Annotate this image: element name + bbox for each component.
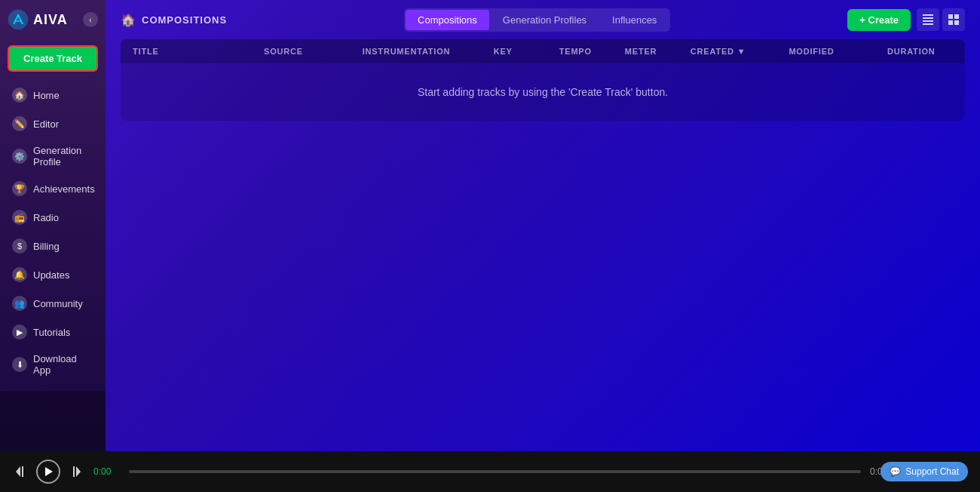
create-track-button[interactable]: Create Track: [8, 45, 98, 72]
create-button[interactable]: + Create: [847, 9, 911, 31]
collapse-sidebar-button[interactable]: ‹: [83, 12, 98, 27]
sidebar-item-community-label: Community: [33, 298, 83, 309]
player-controls: [12, 460, 84, 484]
svg-rect-10: [22, 466, 23, 477]
sidebar-item-download-app[interactable]: ⬇ Download App: [3, 347, 103, 382]
column-meter: METER: [625, 47, 691, 56]
radio-icon: 📻: [12, 210, 27, 225]
sidebar: AIVA ‹ Create Track 🏠 Home ✏️ Editor ⚙️ …: [0, 0, 106, 451]
sidebar-item-generation-profile[interactable]: ⚙️ Generation Profile: [3, 139, 103, 174]
breadcrumb: 🏠 COMPOSITIONS: [121, 13, 227, 27]
tab-compositions[interactable]: Compositions: [406, 10, 489, 30]
svg-rect-8: [954, 20, 959, 25]
breadcrumb-text: COMPOSITIONS: [142, 14, 227, 26]
empty-state-message: Start adding tracks by using the 'Create…: [133, 86, 953, 98]
achievements-icon: 🏆: [12, 181, 27, 196]
svg-rect-3: [923, 20, 933, 22]
home-icon: 🏠: [12, 88, 27, 103]
column-modified: MODIFIED: [789, 47, 887, 56]
grid-view-button[interactable]: [942, 8, 965, 31]
svg-point-0: [8, 10, 28, 29]
main-content: 🏠 COMPOSITIONS Compositions Generation P…: [106, 0, 980, 451]
support-chat-icon: 💬: [890, 466, 901, 477]
sidebar-item-billing[interactable]: $ Billing: [3, 232, 103, 260]
editor-icon: ✏️: [12, 116, 27, 131]
svg-rect-6: [954, 14, 959, 19]
sidebar-item-tutorials[interactable]: ▶ Tutorials: [3, 318, 103, 346]
generation-profile-icon: ⚙️: [12, 149, 27, 164]
play-button[interactable]: [36, 460, 60, 484]
previous-button[interactable]: [12, 463, 30, 481]
sidebar-item-updates-label: Updates: [33, 269, 69, 281]
sidebar-item-editor-label: Editor: [33, 118, 59, 130]
svg-marker-9: [16, 466, 20, 477]
sidebar-item-generation-profile-label: Generation Profile: [33, 145, 93, 168]
svg-marker-12: [76, 466, 81, 477]
sidebar-item-radio[interactable]: 📻 Radio: [3, 204, 103, 231]
top-nav-actions: + Create: [847, 8, 965, 31]
sidebar-bottom-section: [0, 391, 106, 451]
column-source: SOURCE: [264, 47, 363, 56]
current-time: 0:00: [93, 466, 120, 477]
download-app-icon: ⬇: [12, 357, 27, 372]
svg-rect-5: [948, 14, 953, 19]
tutorials-icon: ▶: [12, 324, 27, 340]
svg-rect-13: [73, 466, 75, 477]
compositions-table: TITLE SOURCE INSTRUMENTATION KEY TEMPO M…: [121, 39, 965, 121]
nav-tabs: Compositions Generation Profiles Influen…: [404, 8, 670, 32]
sidebar-item-community[interactable]: 👥 Community: [3, 290, 103, 317]
breadcrumb-home-icon: 🏠: [121, 13, 136, 27]
top-nav: 🏠 COMPOSITIONS Compositions Generation P…: [106, 0, 980, 39]
sidebar-item-tutorials-label: Tutorials: [33, 327, 70, 338]
sidebar-item-achievements-label: Achievements: [33, 183, 95, 195]
sidebar-header: AIVA ‹: [0, 0, 106, 39]
logo-text: AIVA: [33, 12, 68, 28]
sidebar-item-radio-label: Radio: [33, 212, 59, 223]
column-created-label: CREATED: [691, 47, 734, 56]
column-tempo: TEMPO: [559, 47, 625, 56]
bottom-player: 0:00 0:00 🔊 💬 Support Chat: [0, 451, 980, 492]
column-key: KEY: [494, 47, 559, 56]
column-instrumentation: INSTRUMENTATION: [363, 47, 494, 56]
sidebar-item-download-app-label: Download App: [33, 353, 93, 376]
column-duration: DURATION: [887, 47, 953, 56]
svg-marker-11: [45, 467, 53, 476]
table-header: TITLE SOURCE INSTRUMENTATION KEY TEMPO M…: [121, 39, 965, 63]
column-title: TITLE: [133, 47, 264, 56]
sidebar-item-home-label: Home: [33, 90, 60, 101]
svg-rect-7: [948, 20, 953, 25]
list-view-button[interactable]: [917, 8, 939, 31]
view-toggle: [917, 8, 965, 31]
logo-area: AIVA: [8, 9, 68, 30]
sidebar-item-updates[interactable]: 🔔 Updates: [3, 261, 103, 288]
support-chat-label: Support Chat: [905, 466, 959, 477]
next-button[interactable]: [66, 463, 84, 481]
updates-icon: 🔔: [12, 267, 27, 282]
sidebar-nav: 🏠 Home ✏️ Editor ⚙️ Generation Profile 🏆…: [0, 78, 106, 391]
aiva-logo-icon: [8, 9, 29, 30]
billing-icon: $: [12, 238, 27, 254]
tab-generation-profiles[interactable]: Generation Profiles: [491, 10, 599, 30]
sidebar-item-editor[interactable]: ✏️ Editor: [3, 110, 103, 137]
svg-rect-1: [923, 14, 933, 16]
sidebar-item-home[interactable]: 🏠 Home: [3, 81, 103, 109]
sort-icon: ▼: [737, 47, 746, 56]
svg-rect-4: [923, 23, 933, 25]
progress-bar[interactable]: [129, 470, 861, 473]
support-chat-button[interactable]: 💬 Support Chat: [880, 462, 968, 481]
svg-rect-2: [923, 17, 933, 19]
sidebar-item-billing-label: Billing: [33, 241, 60, 252]
tab-influences[interactable]: Influences: [600, 10, 669, 30]
column-created: CREATED ▼: [691, 47, 789, 56]
community-icon: 👥: [12, 296, 27, 311]
table-body: Start adding tracks by using the 'Create…: [121, 63, 965, 121]
sidebar-item-achievements[interactable]: 🏆 Achievements: [3, 175, 103, 202]
